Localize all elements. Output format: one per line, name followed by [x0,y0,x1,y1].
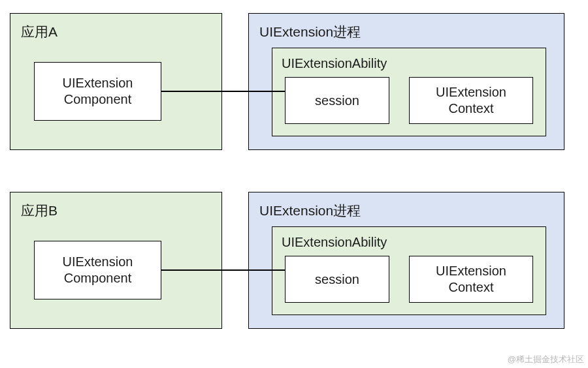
session-1-box: session [285,77,389,124]
context-1-box: UIExtension Context [409,77,533,124]
app-a-title: 应用A [21,23,211,41]
context-2-box: UIExtension Context [409,256,533,303]
watermark: @稀土掘金技术社区 [508,354,584,365]
app-a-component: UIExtension Component [34,62,161,121]
process-1-title: UIExtension进程 [259,23,553,41]
connector-1 [161,91,285,92]
connector-2 [161,269,285,271]
process-2-title: UIExtension进程 [259,202,553,220]
app-b-component: UIExtension Component [34,241,161,299]
session-2-box: session [285,256,389,303]
ability-1-title: UIExtensionAbility [282,56,536,71]
ability-2-title: UIExtensionAbility [282,235,536,250]
app-b-title: 应用B [21,202,211,220]
